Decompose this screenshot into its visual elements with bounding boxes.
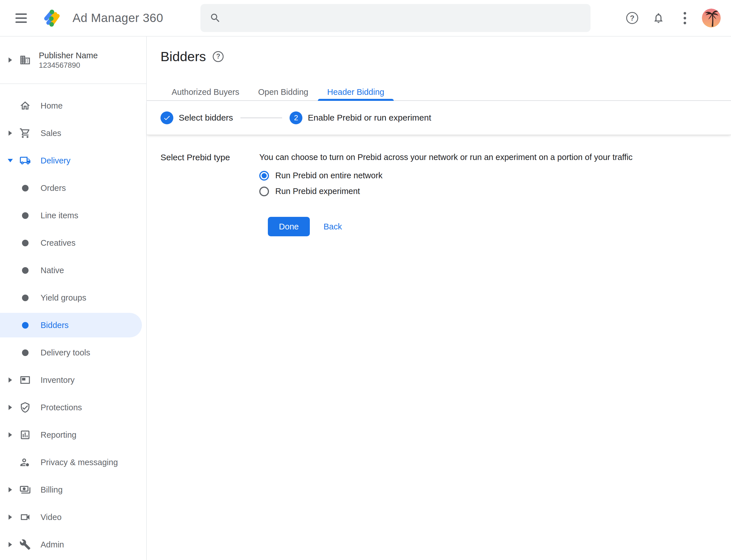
page-title: Bidders: [161, 49, 206, 64]
radio-run-prebid-experiment[interactable]: Run Prebid experiment: [259, 183, 714, 199]
radio-unselected-icon: [259, 187, 269, 196]
sidebar-item-orders[interactable]: Orders: [0, 174, 146, 202]
bullet-icon: [22, 240, 29, 246]
search-icon: [210, 12, 221, 24]
sidebar-item-privacy-messaging[interactable]: Privacy & messaging: [0, 449, 146, 476]
sidebar-item-delivery[interactable]: Delivery: [0, 147, 146, 174]
hamburger-menu-icon[interactable]: [15, 12, 28, 24]
stepper: Select bidders 2 Enable Prebid or run ex…: [147, 101, 731, 135]
ad-manager-logo-icon: [43, 8, 62, 28]
radio-run-prebid-entire-network[interactable]: Run Prebid on entire network: [259, 168, 714, 183]
chevron-right-icon[interactable]: [9, 432, 12, 437]
sidebar-item-admin[interactable]: Admin: [0, 531, 146, 558]
publisher-name: Publisher Name: [39, 50, 98, 61]
bullet-icon: [22, 267, 29, 274]
sidebar-item-line-items[interactable]: Line items: [0, 202, 146, 229]
chevron-right-icon[interactable]: [9, 57, 12, 63]
chevron-right-icon[interactable]: [9, 542, 12, 547]
publisher-switcher[interactable]: Publisher Name 1234567890: [0, 37, 146, 84]
prebid-type-section: Select Prebid type You can choose to tur…: [147, 135, 731, 236]
chevron-right-icon[interactable]: [9, 405, 12, 410]
person-privacy-icon: [19, 457, 31, 468]
three-dots-icon: [684, 12, 686, 24]
bullet-icon: [22, 349, 29, 356]
shopping-cart-icon: [19, 127, 31, 139]
building-icon: [19, 54, 31, 66]
help-icon: ?: [626, 12, 638, 24]
chevron-right-icon[interactable]: [9, 377, 12, 383]
sidebar-item-billing[interactable]: Billing: [0, 476, 146, 503]
sidebar-nav: Home Sales: [0, 84, 146, 558]
sidebar-item-sales[interactable]: Sales: [0, 119, 146, 147]
chevron-down-icon[interactable]: [8, 159, 13, 162]
step-select-bidders[interactable]: Select bidders: [161, 111, 233, 124]
field-label: Select Prebid type: [161, 152, 259, 236]
product-title: Ad Manager 360: [73, 11, 163, 25]
topbar: Ad Manager 360 ?: [0, 0, 731, 37]
sidebar-item-home[interactable]: Home: [0, 92, 146, 119]
bullet-icon: [22, 185, 29, 191]
search-bar[interactable]: [201, 4, 590, 32]
sidebar-item-yield-groups[interactable]: Yield groups: [0, 284, 146, 311]
sidebar-item-native[interactable]: Native: [0, 257, 146, 284]
tab-open-bidding[interactable]: Open Bidding: [249, 84, 318, 100]
video-camera-icon: [19, 511, 31, 523]
sidebar-item-video[interactable]: Video: [0, 503, 146, 531]
bullet-icon: [22, 322, 29, 329]
search-input[interactable]: [230, 13, 582, 23]
publisher-network-code: 1234567890: [39, 61, 98, 70]
shield-check-icon: [19, 402, 31, 413]
sidebar-item-inventory[interactable]: Inventory: [0, 366, 146, 394]
bell-icon: [652, 12, 664, 24]
delivery-truck-icon: [19, 155, 31, 166]
step-completed-check-icon: [161, 111, 173, 124]
chevron-right-icon[interactable]: [9, 131, 12, 136]
page-help-icon[interactable]: ?: [213, 51, 224, 62]
bar-chart-icon: [19, 429, 31, 441]
sidebar-item-bidders[interactable]: Bidders: [0, 313, 142, 337]
sidebar-item-protections[interactable]: Protections: [0, 394, 146, 421]
main-content: Bidders ? Authorized Buyers Open Bidding…: [147, 37, 731, 560]
ad-manager-app: Ad Manager 360 ?: [0, 0, 731, 560]
step-number: 2: [290, 111, 303, 124]
help-button[interactable]: ?: [623, 9, 641, 27]
inventory-icon: [19, 374, 31, 386]
overflow-menu-button[interactable]: [676, 9, 694, 27]
sidebar-item-reporting[interactable]: Reporting: [0, 421, 146, 449]
done-button[interactable]: Done: [268, 217, 310, 236]
radio-selected-icon: [259, 171, 269, 181]
tab-bar: Authorized Buyers Open Bidding Header Bi…: [147, 84, 731, 101]
tab-authorized-buyers[interactable]: Authorized Buyers: [162, 84, 249, 100]
chevron-right-icon[interactable]: [9, 515, 12, 520]
account-avatar[interactable]: [702, 9, 721, 27]
step-connector: [241, 117, 282, 118]
notifications-button[interactable]: [649, 9, 668, 27]
prebid-type-radio-group: Run Prebid on entire network Run Prebid …: [259, 168, 714, 199]
sidebar: Publisher Name 1234567890 Home: [0, 37, 147, 560]
home-icon: [19, 100, 31, 111]
chevron-right-icon[interactable]: [9, 487, 12, 492]
wrench-icon: [19, 539, 31, 550]
topbar-actions: ?: [623, 9, 721, 27]
form-actions: Done Back: [268, 217, 714, 236]
bullet-icon: [22, 212, 29, 219]
tab-header-bidding[interactable]: Header Bidding: [318, 84, 394, 100]
sidebar-item-delivery-tools[interactable]: Delivery tools: [0, 339, 146, 366]
payments-icon: [19, 484, 31, 495]
back-link[interactable]: Back: [324, 222, 342, 231]
avatar-image: [702, 9, 721, 27]
sidebar-item-creatives[interactable]: Creatives: [0, 229, 146, 257]
bullet-icon: [22, 295, 29, 301]
field-description: You can choose to turn on Prebid across …: [259, 152, 714, 163]
step-enable-prebid[interactable]: 2 Enable Prebid or run experiment: [290, 111, 431, 124]
